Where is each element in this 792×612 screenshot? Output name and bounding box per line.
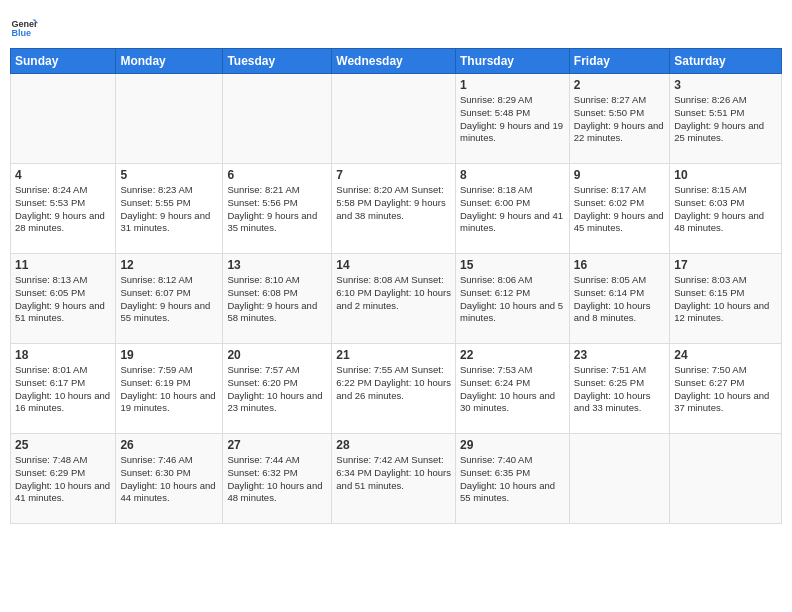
header-cell-tuesday: Tuesday [223, 49, 332, 74]
logo-icon: General Blue [10, 14, 38, 42]
day-number: 28 [336, 438, 451, 452]
day-info: Sunrise: 8:15 AM Sunset: 6:03 PM Dayligh… [674, 184, 777, 235]
day-cell: 16Sunrise: 8:05 AM Sunset: 6:14 PM Dayli… [569, 254, 669, 344]
day-info: Sunrise: 7:55 AM Sunset: 6:22 PM Dayligh… [336, 364, 451, 402]
day-number: 9 [574, 168, 665, 182]
week-row-4: 18Sunrise: 8:01 AM Sunset: 6:17 PM Dayli… [11, 344, 782, 434]
day-cell: 27Sunrise: 7:44 AM Sunset: 6:32 PM Dayli… [223, 434, 332, 524]
day-number: 6 [227, 168, 327, 182]
day-number: 25 [15, 438, 111, 452]
day-cell: 29Sunrise: 7:40 AM Sunset: 6:35 PM Dayli… [455, 434, 569, 524]
day-info: Sunrise: 8:06 AM Sunset: 6:12 PM Dayligh… [460, 274, 565, 325]
day-number: 2 [574, 78, 665, 92]
day-number: 29 [460, 438, 565, 452]
day-cell [223, 74, 332, 164]
day-cell [569, 434, 669, 524]
header-cell-thursday: Thursday [455, 49, 569, 74]
day-info: Sunrise: 8:26 AM Sunset: 5:51 PM Dayligh… [674, 94, 777, 145]
day-info: Sunrise: 8:03 AM Sunset: 6:15 PM Dayligh… [674, 274, 777, 325]
calendar-table: SundayMondayTuesdayWednesdayThursdayFrid… [10, 48, 782, 524]
day-info: Sunrise: 7:40 AM Sunset: 6:35 PM Dayligh… [460, 454, 565, 505]
day-cell: 4Sunrise: 8:24 AM Sunset: 5:53 PM Daylig… [11, 164, 116, 254]
day-number: 1 [460, 78, 565, 92]
day-cell: 14Sunrise: 8:08 AM Sunset: 6:10 PM Dayli… [332, 254, 456, 344]
header-cell-saturday: Saturday [670, 49, 782, 74]
svg-text:Blue: Blue [11, 28, 31, 38]
day-cell [332, 74, 456, 164]
day-cell: 25Sunrise: 7:48 AM Sunset: 6:29 PM Dayli… [11, 434, 116, 524]
day-cell: 9Sunrise: 8:17 AM Sunset: 6:02 PM Daylig… [569, 164, 669, 254]
day-cell: 20Sunrise: 7:57 AM Sunset: 6:20 PM Dayli… [223, 344, 332, 434]
header-cell-friday: Friday [569, 49, 669, 74]
day-info: Sunrise: 8:13 AM Sunset: 6:05 PM Dayligh… [15, 274, 111, 325]
day-number: 27 [227, 438, 327, 452]
day-cell: 12Sunrise: 8:12 AM Sunset: 6:07 PM Dayli… [116, 254, 223, 344]
day-number: 5 [120, 168, 218, 182]
day-info: Sunrise: 7:48 AM Sunset: 6:29 PM Dayligh… [15, 454, 111, 505]
day-info: Sunrise: 7:53 AM Sunset: 6:24 PM Dayligh… [460, 364, 565, 415]
day-info: Sunrise: 8:24 AM Sunset: 5:53 PM Dayligh… [15, 184, 111, 235]
day-info: Sunrise: 7:51 AM Sunset: 6:25 PM Dayligh… [574, 364, 665, 415]
day-number: 14 [336, 258, 451, 272]
day-number: 21 [336, 348, 451, 362]
day-number: 20 [227, 348, 327, 362]
day-cell [116, 74, 223, 164]
day-info: Sunrise: 8:12 AM Sunset: 6:07 PM Dayligh… [120, 274, 218, 325]
day-cell: 5Sunrise: 8:23 AM Sunset: 5:55 PM Daylig… [116, 164, 223, 254]
day-cell: 15Sunrise: 8:06 AM Sunset: 6:12 PM Dayli… [455, 254, 569, 344]
day-number: 23 [574, 348, 665, 362]
day-cell: 17Sunrise: 8:03 AM Sunset: 6:15 PM Dayli… [670, 254, 782, 344]
day-cell: 8Sunrise: 8:18 AM Sunset: 6:00 PM Daylig… [455, 164, 569, 254]
day-cell: 24Sunrise: 7:50 AM Sunset: 6:27 PM Dayli… [670, 344, 782, 434]
day-info: Sunrise: 8:27 AM Sunset: 5:50 PM Dayligh… [574, 94, 665, 145]
day-info: Sunrise: 8:21 AM Sunset: 5:56 PM Dayligh… [227, 184, 327, 235]
week-row-1: 1Sunrise: 8:29 AM Sunset: 5:48 PM Daylig… [11, 74, 782, 164]
day-number: 12 [120, 258, 218, 272]
day-info: Sunrise: 8:17 AM Sunset: 6:02 PM Dayligh… [574, 184, 665, 235]
day-info: Sunrise: 7:57 AM Sunset: 6:20 PM Dayligh… [227, 364, 327, 415]
day-info: Sunrise: 8:18 AM Sunset: 6:00 PM Dayligh… [460, 184, 565, 235]
day-cell: 23Sunrise: 7:51 AM Sunset: 6:25 PM Dayli… [569, 344, 669, 434]
day-cell: 1Sunrise: 8:29 AM Sunset: 5:48 PM Daylig… [455, 74, 569, 164]
day-number: 24 [674, 348, 777, 362]
day-info: Sunrise: 8:05 AM Sunset: 6:14 PM Dayligh… [574, 274, 665, 325]
day-number: 8 [460, 168, 565, 182]
week-row-2: 4Sunrise: 8:24 AM Sunset: 5:53 PM Daylig… [11, 164, 782, 254]
day-info: Sunrise: 8:01 AM Sunset: 6:17 PM Dayligh… [15, 364, 111, 415]
header-row: SundayMondayTuesdayWednesdayThursdayFrid… [11, 49, 782, 74]
day-cell: 13Sunrise: 8:10 AM Sunset: 6:08 PM Dayli… [223, 254, 332, 344]
day-info: Sunrise: 8:20 AM Sunset: 5:58 PM Dayligh… [336, 184, 451, 222]
header-cell-sunday: Sunday [11, 49, 116, 74]
day-number: 15 [460, 258, 565, 272]
header-cell-wednesday: Wednesday [332, 49, 456, 74]
day-cell: 19Sunrise: 7:59 AM Sunset: 6:19 PM Dayli… [116, 344, 223, 434]
day-cell: 18Sunrise: 8:01 AM Sunset: 6:17 PM Dayli… [11, 344, 116, 434]
day-number: 11 [15, 258, 111, 272]
calendar-body: 1Sunrise: 8:29 AM Sunset: 5:48 PM Daylig… [11, 74, 782, 524]
day-cell: 10Sunrise: 8:15 AM Sunset: 6:03 PM Dayli… [670, 164, 782, 254]
week-row-5: 25Sunrise: 7:48 AM Sunset: 6:29 PM Dayli… [11, 434, 782, 524]
day-number: 16 [574, 258, 665, 272]
day-number: 3 [674, 78, 777, 92]
day-info: Sunrise: 8:23 AM Sunset: 5:55 PM Dayligh… [120, 184, 218, 235]
day-number: 10 [674, 168, 777, 182]
day-number: 22 [460, 348, 565, 362]
day-cell: 28Sunrise: 7:42 AM Sunset: 6:34 PM Dayli… [332, 434, 456, 524]
day-cell [11, 74, 116, 164]
day-info: Sunrise: 8:10 AM Sunset: 6:08 PM Dayligh… [227, 274, 327, 325]
day-cell: 21Sunrise: 7:55 AM Sunset: 6:22 PM Dayli… [332, 344, 456, 434]
day-number: 7 [336, 168, 451, 182]
day-info: Sunrise: 7:42 AM Sunset: 6:34 PM Dayligh… [336, 454, 451, 492]
calendar-header: SundayMondayTuesdayWednesdayThursdayFrid… [11, 49, 782, 74]
day-info: Sunrise: 7:59 AM Sunset: 6:19 PM Dayligh… [120, 364, 218, 415]
header: General Blue [10, 10, 782, 42]
day-info: Sunrise: 8:08 AM Sunset: 6:10 PM Dayligh… [336, 274, 451, 312]
day-cell: 11Sunrise: 8:13 AM Sunset: 6:05 PM Dayli… [11, 254, 116, 344]
day-info: Sunrise: 7:46 AM Sunset: 6:30 PM Dayligh… [120, 454, 218, 505]
day-number: 18 [15, 348, 111, 362]
day-number: 13 [227, 258, 327, 272]
week-row-3: 11Sunrise: 8:13 AM Sunset: 6:05 PM Dayli… [11, 254, 782, 344]
day-cell: 6Sunrise: 8:21 AM Sunset: 5:56 PM Daylig… [223, 164, 332, 254]
day-cell: 22Sunrise: 7:53 AM Sunset: 6:24 PM Dayli… [455, 344, 569, 434]
day-number: 19 [120, 348, 218, 362]
